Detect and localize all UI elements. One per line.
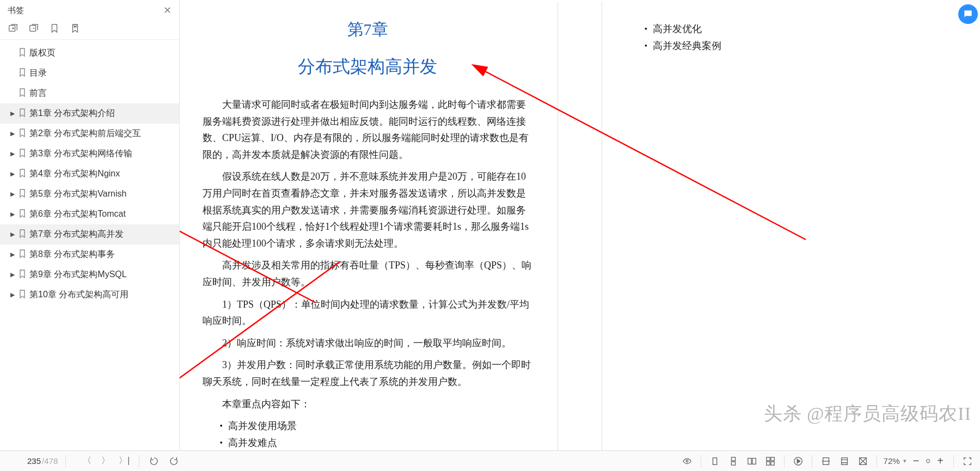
sidebar-item-label: 第10章 分布式架构高可用	[29, 289, 128, 301]
fit-width-icon[interactable]	[819, 454, 833, 468]
svg-point-5	[686, 460, 688, 462]
bookmark-icon	[19, 290, 26, 301]
page-nav: 〈 〉 〉|	[80, 454, 131, 468]
bookmark-ribbon-icon[interactable]	[70, 23, 81, 34]
bookmarks-sidebar: 书签 ✕ 版权页目录前言▶第1章 分布式架构介绍▶第2章 分布式架构前后端交互▶…	[0, 0, 180, 450]
sidebar-item-2[interactable]: 前言	[0, 83, 179, 103]
sidebar-item-label: 第9章 分布式架构MySQL	[29, 269, 127, 280]
sidebar-item-label: 第3章 分布式架构网络传输	[29, 148, 132, 160]
actual-size-icon[interactable]	[856, 454, 870, 468]
caret-icon: ▶	[10, 130, 15, 137]
rotate-left-icon[interactable]	[147, 454, 161, 468]
next-page-icon[interactable]: 〉	[99, 454, 113, 468]
bookmark-icon	[19, 270, 26, 280]
bookmark-outline-icon[interactable]	[49, 23, 60, 34]
sidebar-toolbar	[0, 20, 179, 40]
zoom-control: 72% ▾ − ⊙ +	[884, 455, 947, 467]
sidebar-item-label: 第7章 分布式架构高并发	[29, 229, 124, 240]
fit-page-icon[interactable]	[837, 454, 852, 468]
page-indicator[interactable]: 235/478	[5, 456, 58, 466]
bullet-item: 高并发优化	[645, 21, 957, 38]
paragraph: 3）并发用户数：同时承载正常使用系统功能的用户数量。例如一个即时聊天系统，同时在…	[203, 357, 532, 390]
two-page-scroll-icon[interactable]	[763, 454, 777, 468]
sidebar-item-8[interactable]: ▶第6章 分布式架构Tomcat	[0, 204, 179, 224]
bullet-item: 高并发使用场景	[220, 418, 532, 435]
current-page: 235	[27, 456, 41, 466]
svg-rect-10	[752, 458, 755, 464]
sidebar-item-0[interactable]: 版权页	[0, 43, 179, 63]
sidebar-item-5[interactable]: ▶第3章 分布式架构网络传输	[0, 144, 179, 164]
sidebar-item-label: 第2章 分布式架构前后端交互	[29, 128, 141, 139]
bullet-item: 高并发难点	[220, 435, 532, 450]
expand-all-icon[interactable]	[8, 23, 19, 34]
single-page-icon[interactable]	[708, 454, 722, 468]
bookmark-icon	[19, 88, 26, 99]
sidebar-item-3[interactable]: ▶第1章 分布式架构介绍	[0, 103, 179, 124]
bookmark-icon	[19, 209, 26, 220]
sidebar-item-label: 第4章 分布式架构Nginx	[29, 168, 120, 180]
caret-icon: ▶	[10, 150, 15, 157]
sidebar-item-label: 第5章 分布式架构Varnish	[29, 188, 126, 200]
eye-icon[interactable]	[680, 454, 694, 468]
bookmark-icon	[19, 48, 26, 59]
sidebar-item-label: 目录	[29, 68, 47, 79]
svg-rect-12	[770, 457, 774, 460]
sidebar-item-label: 第8章 分布式架构事务	[29, 249, 115, 260]
caret-icon: ▶	[10, 271, 15, 278]
bookmark-icon	[19, 169, 26, 180]
caret-icon: ▶	[10, 211, 15, 218]
paragraph: 本章重点内容如下：	[203, 396, 532, 413]
rotate-right-icon[interactable]	[167, 454, 181, 468]
sidebar-item-12[interactable]: ▶第10章 分布式架构高可用	[0, 285, 179, 305]
caret-icon: ▶	[10, 291, 15, 298]
sidebar-item-9[interactable]: ▶第7章 分布式架构高并发	[0, 224, 179, 244]
caret-icon: ▶	[10, 170, 15, 178]
sidebar-item-6[interactable]: ▶第4章 分布式架构Nginx	[0, 164, 179, 184]
bullet-item: 高并发经典案例	[645, 38, 957, 54]
sidebar-item-1[interactable]: 目录	[0, 63, 179, 83]
total-pages: /478	[42, 456, 58, 466]
status-bar: 235/478 〈 〉 〉| 72% ▾ − ⊙ +	[0, 450, 980, 471]
prev-page-icon[interactable]: 〈	[80, 454, 94, 468]
zoom-out-icon[interactable]: −	[910, 455, 923, 467]
bookmark-icon	[19, 68, 26, 79]
bookmark-icon	[19, 229, 26, 240]
last-page-icon[interactable]: 〉|	[117, 454, 131, 468]
svg-rect-11	[766, 457, 769, 460]
svg-rect-17	[841, 457, 847, 464]
bullet-list: 高并发使用场景高并发难点高并发之缓存高并发之消息队列	[220, 418, 532, 450]
play-icon[interactable]	[791, 454, 805, 468]
sidebar-item-label: 前言	[29, 88, 47, 99]
close-icon[interactable]: ✕	[163, 4, 171, 16]
paragraph: 1）TPS（QPS）：单位时间内处理的请求数量，计算公式为并发数/平均响应时间。	[203, 296, 532, 329]
bullet-list: 高并发优化高并发经典案例	[645, 21, 957, 54]
bookmark-icon	[19, 249, 26, 260]
collapse-all-icon[interactable]	[28, 23, 39, 34]
sidebar-item-label: 版权页	[29, 47, 56, 59]
svg-rect-13	[766, 461, 769, 464]
zoom-in-icon[interactable]: +	[934, 455, 947, 467]
bookmark-icon	[19, 149, 26, 160]
paragraph: 大量请求可能同时或者在极短时间内到达服务端，此时每个请求都需要服务端耗费资源进行…	[203, 96, 532, 163]
fullscreen-icon[interactable]	[960, 454, 975, 468]
assistant-float-button[interactable]	[958, 4, 978, 24]
caret-icon: ▶	[10, 251, 15, 258]
sidebar-item-11[interactable]: ▶第9章 分布式架构MySQL	[0, 265, 179, 285]
zoom-value[interactable]: 72%	[884, 456, 900, 466]
zoom-dropdown-icon[interactable]: ▾	[903, 457, 906, 464]
chapter-number: 第7章	[203, 19, 532, 41]
document-viewport[interactable]: 第7章 分布式架构高并发 大量请求可能同时或者在极短时间内到达服务端，此时每个请…	[180, 0, 980, 450]
bookmark-icon	[19, 108, 26, 119]
sidebar-title: 书签	[8, 5, 24, 16]
sidebar-item-4[interactable]: ▶第2章 分布式架构前后端交互	[0, 124, 179, 144]
continuous-page-icon[interactable]	[726, 454, 740, 468]
two-page-icon[interactable]	[745, 454, 759, 468]
sidebar-item-10[interactable]: ▶第8章 分布式架构事务	[0, 244, 179, 265]
paragraph: 高并发涉及相关常用的指标有吞吐量（TPS）、每秒查询率（QPS）、响应时间、并发…	[203, 257, 532, 290]
page-left: 第7章 分布式架构高并发 大量请求可能同时或者在极短时间内到达服务端，此时每个请…	[180, 2, 558, 450]
caret-icon: ▶	[10, 110, 15, 117]
paragraph: 2）响应时间：系统对请求做出响应的时间，一般取平均响应时间。	[203, 335, 532, 352]
zoom-slider-icon[interactable]: ⊙	[926, 457, 930, 464]
svg-rect-14	[770, 461, 774, 464]
sidebar-item-7[interactable]: ▶第5章 分布式架构Varnish	[0, 184, 179, 204]
